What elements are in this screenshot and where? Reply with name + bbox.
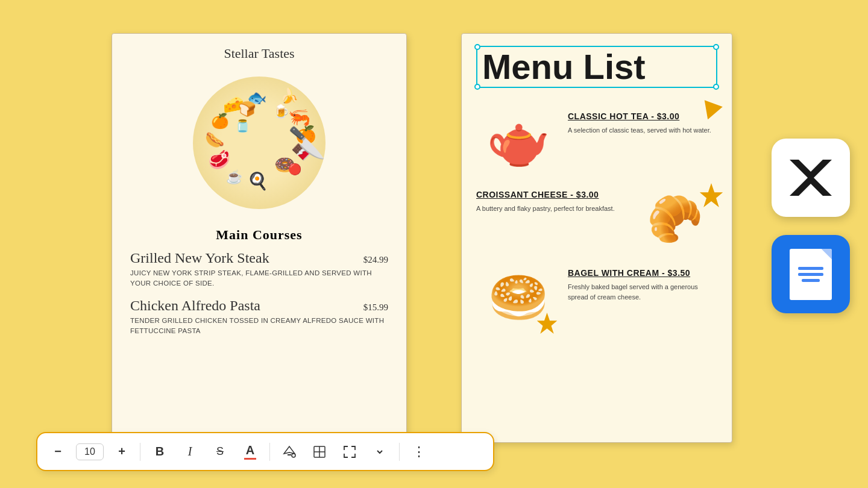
croissant-section-wrapper: CROISSANT CHEESE - $3.00 A buttery and f… (476, 186, 717, 252)
divider-3 (399, 443, 400, 461)
strikethrough-label: S (216, 445, 224, 458)
menu-list-title-wrapper: Menu List (476, 46, 717, 88)
fill-icon (283, 445, 296, 458)
resize-icon (343, 445, 356, 458)
docs-line-1 (798, 267, 823, 270)
menu-item-header: Grilled New York Steak $24.99 (130, 250, 388, 266)
fill-color-button[interactable] (278, 441, 300, 463)
selection-handle-tl (474, 44, 480, 50)
text-color-button[interactable]: A (239, 441, 261, 463)
font-size-decrease-button[interactable]: − (48, 441, 68, 463)
teapot-image: 🫖 (476, 108, 561, 174)
tea-item-name: CLASSIC HOT TEA - $3.00 (568, 111, 717, 122)
chevron-down-icon (376, 448, 383, 455)
bold-button[interactable]: B (149, 441, 171, 463)
bagel-item-name: BAGEL WITH CREAM - $3.50 (568, 267, 717, 278)
menu-item-price: $24.99 (363, 255, 388, 265)
menu-item-steak: Grilled New York Steak $24.99 Juicy New … (130, 250, 388, 289)
bagel-item-info: BAGEL WITH CREAM - $3.50 Freshly baked b… (568, 264, 717, 302)
text-color-icon: A (244, 443, 256, 460)
food-illustration: 🍴 🧀 🐟 🍌 🦐 🍊 🍫 🍩 🥩 🌭 🍊 ☕ 🍳 🍞 🫙 🔴 🍺 (175, 67, 344, 218)
left-menu-card: Stellar Tastes 🍴 🧀 🐟 🍌 🦐 🍊 🍫 🍩 🥩 🌭 🍊 ☕ 🍳… (112, 33, 407, 443)
right-menu-card: Menu List 🫖 CLASSIC HOT TEA - $3.00 A se… (461, 33, 732, 443)
menu-list-title: Menu List (482, 49, 711, 84)
resize-button[interactable] (339, 441, 360, 463)
more-options-icon: ⋮ (412, 444, 426, 460)
capcut-app-icon[interactable] (772, 139, 850, 217)
tea-item-desc: A selection of classic teas, served with… (568, 125, 717, 136)
docs-page (790, 249, 832, 300)
menu-item-header-2: Chicken Alfredo Pasta $15.99 (130, 298, 388, 314)
text-color-underline (244, 458, 256, 460)
divider-2 (269, 443, 270, 461)
docs-line-3 (802, 279, 820, 282)
svg-marker-1 (284, 446, 295, 454)
strikethrough-button[interactable]: S (209, 441, 231, 463)
formatting-toolbar: − 10 + B I S A (36, 432, 494, 471)
docs-app-icon[interactable] (772, 235, 850, 313)
selection-handle-tr (713, 44, 719, 50)
table-button[interactable] (309, 441, 330, 463)
fork-knife-area: 🍴 🧀 🐟 🍌 🦐 🍊 🍫 🍩 🥩 🌭 🍊 ☕ 🍳 🍞 🫙 🔴 🍺 (175, 77, 344, 209)
capcut-logo (787, 157, 835, 199)
croissant-item-info: CROISSANT CHEESE - $3.00 A buttery and f… (476, 186, 626, 214)
selection-handle-br (713, 84, 719, 90)
menu-item-name-2: Chicken Alfredo Pasta (130, 298, 260, 314)
divider-1 (140, 443, 140, 461)
bagel-menu-item: 🥯 BAGEL WITH CREAM - $3.50 Freshly baked… (476, 264, 717, 331)
tea-menu-item: 🫖 CLASSIC HOT TEA - $3.00 A selection of… (476, 108, 717, 174)
svg-point-2 (292, 454, 295, 457)
tea-item-info: CLASSIC HOT TEA - $3.00 A selection of c… (568, 108, 717, 136)
italic-button[interactable]: I (179, 441, 201, 463)
croissant-item-desc: A buttery and flaky pastry, perfect for … (476, 204, 626, 214)
knife-icon: 🔪 (288, 125, 326, 160)
section-title: Main Courses (130, 227, 388, 243)
croissant-item-name: CROISSANT CHEESE - $3.00 (476, 189, 626, 200)
dropdown-arrow-button[interactable] (369, 441, 391, 463)
menu-item-name: Grilled New York Steak (130, 250, 269, 266)
font-size-increase-button[interactable]: + (112, 441, 131, 463)
table-icon (313, 445, 326, 458)
bagel-section-wrapper: 🥯 BAGEL WITH CREAM - $3.50 Freshly baked… (476, 264, 717, 331)
menu-item-pasta: Chicken Alfredo Pasta $15.99 Tender gril… (130, 298, 388, 337)
more-options-button[interactable]: ⋮ (408, 441, 430, 463)
menu-item-desc-2: Tender grilled chicken tossed in creamy … (130, 316, 388, 337)
restaurant-name: Stellar Tastes (130, 46, 388, 61)
menu-item-price-2: $15.99 (363, 302, 388, 313)
bagel-item-desc: Freshly baked bagel served with a genero… (568, 282, 717, 302)
svg-marker-0 (790, 160, 832, 196)
docs-line-2 (798, 273, 823, 276)
selection-handle-bl (474, 84, 480, 90)
croissant-menu-item: CROISSANT CHEESE - $3.00 A buttery and f… (476, 186, 717, 252)
font-size-display[interactable]: 10 (76, 443, 104, 460)
menu-item-desc: Juicy New York strip steak, flame-grille… (130, 268, 388, 289)
